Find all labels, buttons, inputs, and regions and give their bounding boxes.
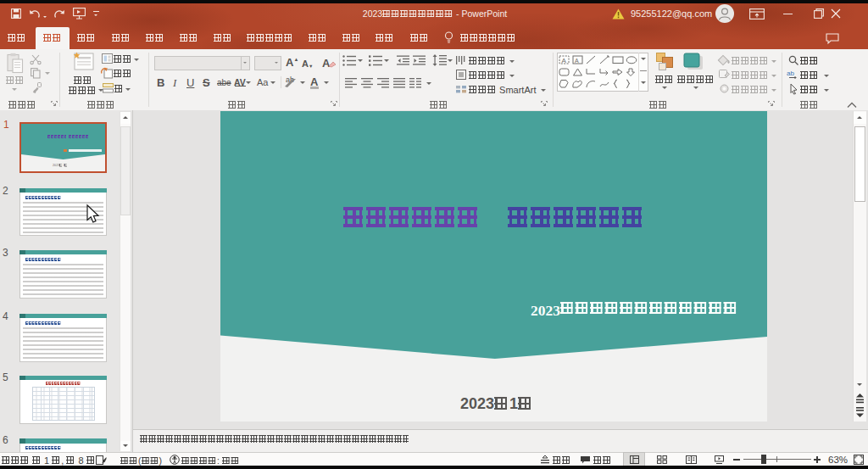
svg-text:A: A [562,57,567,64]
svg-text:ab: ab [787,70,794,77]
svg-text:A: A [575,58,579,64]
